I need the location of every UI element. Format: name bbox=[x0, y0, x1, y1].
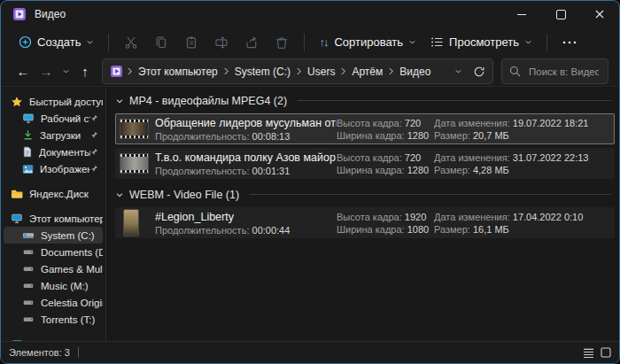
size-label: Размер: bbox=[434, 130, 470, 141]
titlebar: Видео bbox=[1, 1, 619, 27]
breadcrumb-segment[interactable]: Users bbox=[306, 66, 337, 78]
breadcrumb-location-icon bbox=[110, 65, 123, 78]
new-button-label: Создать bbox=[37, 35, 81, 49]
details-view-button[interactable] bbox=[583, 348, 594, 358]
sidebar-item-documents[interactable]: Документы bbox=[4, 143, 103, 160]
size-value: 20,7 МБ bbox=[473, 130, 509, 141]
chevron-down-icon bbox=[86, 38, 94, 46]
system-drive-icon bbox=[22, 231, 35, 240]
ellipsis-icon bbox=[562, 41, 577, 44]
delete-button[interactable] bbox=[267, 32, 297, 53]
duration-label: Продолжительность: bbox=[155, 225, 249, 236]
plus-circle-icon bbox=[19, 35, 32, 49]
sidebar-item-desktop[interactable]: Рабочий стол bbox=[4, 110, 103, 127]
new-button[interactable]: Создать bbox=[12, 31, 101, 53]
date-modified-value: 17.04.2022 0:10 bbox=[513, 212, 584, 222]
status-bar: Элементов: 3 bbox=[1, 341, 619, 363]
address-dropdown-button[interactable] bbox=[454, 67, 462, 75]
file-row[interactable]: Т.в.о. командира полку Азов майор Ми... … bbox=[115, 148, 615, 179]
maximize-icon bbox=[556, 10, 566, 19]
cut-button[interactable] bbox=[116, 32, 146, 53]
group-header-mp4[interactable]: MP4 - видеофайлы MPEG4 (2) bbox=[115, 93, 615, 108]
more-options-button[interactable] bbox=[554, 32, 585, 53]
frame-height-value: 1920 bbox=[405, 212, 426, 222]
sidebar-item-games-multimedia[interactable]: Games & Multimed bbox=[4, 260, 103, 277]
file-row[interactable]: Обращение лидеров мусульман относ... Про… bbox=[115, 113, 615, 144]
search-box[interactable] bbox=[501, 58, 608, 84]
chevron-down-icon bbox=[115, 97, 124, 105]
frame-height-value: 720 bbox=[405, 152, 421, 163]
drive-icon bbox=[22, 248, 35, 256]
chevron-down-icon bbox=[115, 190, 124, 199]
drive-icon bbox=[22, 282, 35, 290]
paste-button[interactable] bbox=[176, 32, 206, 53]
command-bar: Создать ↑↓ Сортировать Просмо bbox=[1, 27, 619, 57]
chevron-right-icon bbox=[388, 67, 394, 75]
forward-button[interactable]: → bbox=[35, 64, 58, 79]
sidebar-item-system-c[interactable]: System (C:) bbox=[4, 227, 103, 244]
sidebar-item-downloads[interactable]: Загрузки bbox=[4, 127, 103, 143]
copy-icon bbox=[154, 35, 168, 50]
copy-button[interactable] bbox=[146, 32, 176, 53]
sort-arrows-icon: ↑↓ bbox=[319, 35, 327, 49]
date-modified-label: Дата изменения: bbox=[434, 212, 510, 222]
group-rule bbox=[298, 100, 611, 101]
maximize-button[interactable] bbox=[541, 1, 580, 27]
share-button[interactable] bbox=[236, 32, 267, 53]
sidebar-item-label: Рабочий стол bbox=[41, 113, 90, 124]
sidebar-item-documents-d[interactable]: Documents (D:) bbox=[4, 244, 103, 260]
close-button[interactable] bbox=[580, 1, 619, 27]
breadcrumb-segment[interactable]: Видео bbox=[398, 66, 432, 78]
explorer-window: Видео Создать bbox=[0, 0, 620, 364]
rename-button[interactable] bbox=[206, 32, 236, 53]
breadcrumb[interactable]: Этот компьютер System (C:) Users Артём В… bbox=[102, 58, 493, 84]
view-button[interactable]: Просмотреть bbox=[423, 31, 539, 53]
refresh-button[interactable] bbox=[473, 66, 485, 78]
toolbar-separator bbox=[108, 34, 109, 51]
sidebar-item-label: Games & Multimed bbox=[41, 264, 103, 275]
sidebar-item-label: Документы bbox=[39, 147, 90, 158]
duration-value: 00:01:31 bbox=[252, 166, 291, 176]
sidebar-item-quick-access[interactable]: Быстрый доступ bbox=[4, 93, 103, 110]
videos-folder-icon bbox=[12, 7, 27, 21]
group-header-webm[interactable]: WEBM - Video File (1) bbox=[115, 187, 615, 202]
chevron-right-icon bbox=[340, 67, 346, 75]
sidebar-item-pictures[interactable]: Изображения bbox=[4, 160, 103, 177]
sidebar-item-torrents-t[interactable]: Torrents (T:) bbox=[4, 311, 103, 328]
sidebar-item-music-m[interactable]: Music (M:) bbox=[4, 277, 103, 294]
breadcrumb-segment[interactable]: System (C:) bbox=[233, 66, 292, 78]
sidebar-item-label: Torrents (T:) bbox=[41, 314, 95, 325]
sidebar-item-yandex-disk[interactable]: Яндекс.Диск bbox=[4, 185, 103, 202]
duration-value: 00:00:44 bbox=[252, 225, 291, 236]
cut-icon bbox=[124, 35, 138, 50]
minimize-button[interactable] bbox=[502, 1, 541, 27]
chevron-down-icon bbox=[524, 38, 532, 46]
chevron-right-icon bbox=[223, 67, 229, 75]
sidebar-item-celestia-origin-o[interactable]: Celestia Origin (O:) bbox=[4, 294, 103, 311]
breadcrumb-segment[interactable]: Этот компьютер bbox=[136, 66, 220, 78]
frame-width-value: 1280 bbox=[407, 130, 429, 141]
thumbnail-view-icon bbox=[601, 347, 611, 358]
sort-button[interactable]: ↑↓ Сортировать bbox=[312, 31, 423, 53]
frame-height-label: Высота кадра: bbox=[337, 212, 402, 222]
view-button-label: Просмотреть bbox=[449, 35, 519, 49]
breadcrumb-segment[interactable]: Артём bbox=[350, 66, 384, 78]
computer-icon bbox=[11, 213, 23, 224]
search-input[interactable] bbox=[527, 66, 601, 78]
recent-locations-button[interactable] bbox=[58, 67, 74, 75]
up-button[interactable]: ↑ bbox=[74, 64, 97, 79]
sidebar-item-this-pc[interactable]: Этот компьютер bbox=[4, 210, 103, 227]
status-divider bbox=[78, 347, 79, 358]
share-icon bbox=[244, 35, 259, 50]
thumbnail-view-button[interactable] bbox=[601, 347, 611, 358]
back-button[interactable]: ← bbox=[12, 64, 35, 79]
sidebar-item-label: Изображения bbox=[40, 164, 90, 174]
duration-value: 00:08:13 bbox=[252, 131, 291, 142]
pictures-icon bbox=[22, 164, 34, 174]
file-row[interactable]: #Legion_Liberty Продолжительность: 00:00… bbox=[115, 207, 615, 238]
refresh-icon bbox=[473, 66, 485, 78]
view-options-icon bbox=[430, 36, 444, 48]
chevron-down-icon bbox=[454, 67, 462, 75]
star-icon bbox=[11, 96, 23, 108]
sidebar-item-label: Загрузки bbox=[40, 130, 81, 141]
